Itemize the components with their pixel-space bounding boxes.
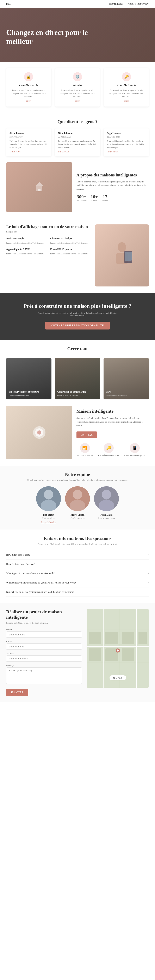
hub-item-title-1: Assistant Google: [6, 237, 47, 240]
team-role-3: Directeur des ventes: [94, 517, 119, 519]
message-textarea[interactable]: [6, 667, 82, 684]
chevron-down-icon-3: ›: [148, 572, 149, 575]
person-silhouette-2: [65, 486, 90, 511]
person-silhouette-1: [36, 486, 61, 511]
testimonial-name-2: Nick Johnson: [58, 132, 97, 135]
hub-grid: Assistant Google Sample text. Click to s…: [6, 237, 91, 255]
testimonial-link-3[interactable]: LIRES PLUS: [107, 151, 146, 153]
team-photo-2: [65, 486, 90, 511]
hub-item-1: Assistant Google Sample text. Click to s…: [6, 237, 47, 245]
email-label: Email: [6, 640, 82, 643]
manage-card-2: Contrôleur de température Lorem id enim …: [55, 358, 100, 399]
testimonial-link-2[interactable]: LIRES PLUS: [58, 151, 97, 153]
hub-item-3: Appareil photo 6,5MP Sample text. Click …: [6, 248, 47, 255]
manage-title: Gérer tout: [6, 346, 149, 355]
navigation: logo HOME PAGE ABOUT COMPANY: [0, 0, 155, 8]
feature-title-1: Contrôle d'accès: [10, 84, 47, 87]
hub-item-text-1: Sample text. Click to select the Text El…: [6, 241, 47, 245]
feature-text-2: Duis aute irure dolor in reprehenderit i…: [59, 89, 96, 98]
email-input[interactable]: [6, 643, 82, 650]
chevron-down-icon-2: ›: [148, 562, 149, 566]
faq-question-4: What education and/or training do you ha…: [6, 581, 76, 584]
svg-rect-29: [122, 648, 134, 661]
faq-question-5: Nunc et erat odio. Integer iaculis nisi …: [6, 590, 74, 593]
team-photo-3: [94, 486, 119, 511]
svg-point-15: [98, 500, 114, 511]
team-member-3: Nick Dark Directeur des ventes: [94, 486, 119, 523]
smart-image: [6, 406, 72, 460]
mobile-app-icon: 📱: [130, 443, 140, 453]
hub-section: Le hub d'affichage tout-en-un de votre m…: [0, 218, 155, 293]
contact-section: Réaliser un projet de maison intelligent…: [0, 603, 155, 702]
svg-marker-1: [35, 182, 43, 186]
testimonials-section: Stella Larson 22 APRIL 2020 Proin sed li…: [0, 129, 155, 162]
address-input[interactable]: [6, 655, 82, 662]
chevron-down-icon-4: ›: [148, 581, 149, 584]
manage-card-3-bg: Tarif Lorem id enim sed faucibus: [104, 358, 149, 399]
testimonial-name-3: Olga Ivanova: [107, 132, 146, 135]
faq-item-4[interactable]: What education and/or training do you ha…: [6, 578, 149, 587]
access-control-icon-2: 🔑: [122, 72, 131, 81]
faq-item-3[interactable]: What types of customers have you worked …: [6, 569, 149, 578]
testimonial-text-3: Proin sed libero enim sed faucibus turpi…: [107, 140, 146, 149]
team-link-1[interactable]: Image de l'équipe: [36, 521, 61, 523]
manage-card-title-3: Tarif: [106, 390, 146, 393]
team-subtitle: Ut enim ad minim veniam, quis nostrud ex…: [26, 479, 129, 481]
manage-card-text-3: Lorem id enim sed faucibus: [106, 394, 146, 397]
home-hand-icon: [31, 179, 47, 196]
svg-text:New York: New York: [113, 677, 123, 679]
smart-icon-label-2: Clé de fenêtre centralisée: [98, 454, 119, 457]
manage-card-title-2: Contrôleur de température: [57, 390, 98, 393]
feature-card-2: 🛡️ Sécurité Duis aute irure dolor in rep…: [55, 68, 100, 107]
woman-tablet-icon: [109, 241, 134, 270]
svg-rect-25: [122, 632, 134, 644]
faq-item-2[interactable]: How Fast Are Your Services? ›: [6, 560, 149, 569]
smart-icon-label-3: Applications intelligentes: [124, 454, 145, 457]
faq-subtitle: Sample text. Click to select the text. C…: [6, 543, 149, 545]
feature-link-2[interactable]: PLUS: [59, 100, 96, 102]
feature-text-1: Duis aute irure dolor in reprehenderit i…: [10, 89, 47, 98]
cta-button[interactable]: OBTENEZ UNE ESTIMATION GRATUITE: [45, 321, 109, 329]
team-role-1: Chef consultant: [36, 517, 61, 519]
manage-card-3: Tarif Lorem id enim sed faucibus: [104, 358, 149, 399]
about-image: [6, 162, 72, 212]
stat-number-1: 300+: [76, 194, 87, 199]
manage-card-text-1: Lorem id enim sed faucibus: [9, 394, 49, 397]
nav-links: HOME PAGE ABOUT COMPANY: [109, 3, 149, 6]
manage-section: Gérer tout Vidéosurveillance extérieure …: [0, 340, 155, 406]
testimonial-link-1[interactable]: LIRES PLUS: [9, 151, 48, 153]
feature-link-3[interactable]: PLUS: [108, 100, 145, 102]
smart-icons: 📶 Se connecte sans Fil 🔑 Clé de fenêtre …: [76, 443, 149, 457]
hub-item-2: Chrome Cast intégré Sample text. Click t…: [50, 237, 91, 245]
hub-item-text-3: Sample text. Click to select the Text El…: [6, 252, 47, 255]
name-label: Name: [6, 628, 82, 631]
submit-button[interactable]: ENVOYER: [6, 689, 28, 696]
stat-2: 10+ Années: [91, 194, 98, 202]
name-input[interactable]: [6, 632, 82, 638]
testimonial-text-1: Proin sed libero enim sed faucibus turpi…: [9, 140, 48, 149]
testimonial-name-1: Stella Larson: [9, 132, 48, 135]
about-content: À propos des maisons intelligentes Sampl…: [76, 173, 149, 202]
hero-section: Changez en direct pour le meilleur: [0, 8, 155, 62]
contact-subtitle: Sample text. Click to select the Text El…: [6, 622, 82, 624]
about-title: À propos des maisons intelligentes: [76, 173, 149, 177]
faq-item-5[interactable]: Nunc et erat odio. Integer iaculis nisi …: [6, 587, 149, 597]
faq-item-1[interactable]: How much does it cost? ›: [6, 550, 149, 560]
faq-question-3: What types of customers have you worked …: [6, 572, 55, 575]
manage-card-title-1: Vidéosurveillance extérieure: [9, 390, 49, 393]
nav-about[interactable]: ABOUT COMPANY: [128, 3, 149, 6]
about-section: À propos des maisons intelligentes Sampl…: [0, 162, 155, 218]
feature-title-3: Contrôle d'accès: [108, 84, 145, 87]
feature-link-1[interactable]: PLUS: [10, 100, 47, 102]
cta-title: Prêt à construire une maison plus intell…: [6, 303, 149, 309]
nav-home[interactable]: HOME PAGE: [109, 3, 123, 6]
cta-text: Sample dolor sit amet, consectetur adipi…: [36, 312, 119, 317]
smart-section: Maison intelligente Sample text. Click t…: [0, 406, 155, 466]
testimonial-1: Stella Larson 22 APRIL 2020 Proin sed li…: [6, 129, 51, 156]
voir-plus-button[interactable]: VOIR PLUS: [76, 431, 97, 438]
manage-card-text-2: Lorem id enim sed faucibus: [57, 394, 98, 397]
svg-rect-27: [89, 648, 101, 661]
testimonial-3: Olga Ivanova 22 APRIL 2020 Proin sed lib…: [104, 129, 149, 156]
svg-point-11: [41, 500, 57, 511]
about-image-inner: [6, 162, 72, 212]
